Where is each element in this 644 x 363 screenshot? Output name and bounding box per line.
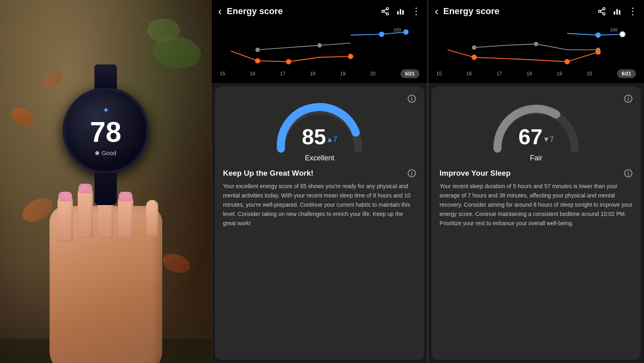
title-right: Energy score [443, 6, 592, 17]
svg-point-37 [595, 49, 601, 54]
svg-point-12 [255, 58, 260, 63]
header-icons-left: ⋮ [381, 6, 421, 17]
svg-point-23 [599, 10, 601, 12]
gauge-delta-right: ▼7 [543, 135, 554, 143]
message-left: Keep Up the Great Work! Your excellent e… [223, 169, 416, 228]
watch-panel: ✦ 78 Good [0, 0, 211, 363]
watch-icon: ✦ [102, 105, 109, 116]
svg-point-13 [286, 59, 291, 64]
watch-band-bottom [95, 173, 117, 205]
more-icon-left[interactable]: ⋮ [411, 6, 421, 17]
svg-point-33 [534, 42, 539, 46]
svg-rect-29 [619, 10, 621, 15]
svg-point-20 [411, 171, 413, 172]
svg-rect-28 [616, 9, 618, 15]
svg-line-3 [384, 12, 386, 13]
date-16-right: 16 [466, 71, 472, 77]
svg-point-42 [628, 171, 629, 172]
info-icon-top-left[interactable] [407, 94, 416, 105]
chart-icon-left[interactable] [396, 7, 405, 16]
svg-rect-5 [397, 11, 399, 15]
svg-point-35 [471, 55, 477, 60]
graph-area-left: 100 [212, 22, 427, 83]
watch-score: 78 [90, 118, 122, 146]
phone-panel-left: ‹ Energy score ⋮ [211, 0, 427, 363]
share-icon-right[interactable] [597, 7, 606, 16]
svg-point-30 [595, 33, 601, 38]
watch-face: ✦ 78 Good [62, 87, 149, 174]
watch-status-dot [95, 151, 99, 155]
svg-line-25 [601, 12, 603, 13]
svg-point-2 [386, 12, 389, 15]
watch-container: ✦ 78 Good [62, 64, 149, 205]
date-15-right: 15 [436, 71, 442, 77]
date-16-left: 16 [250, 71, 255, 77]
watch-status-label: Good [101, 149, 116, 156]
date-18-left: 18 [310, 71, 315, 77]
graph-label-top-right: 100 [610, 27, 617, 32]
phone-panel-right: ‹ Energy score ⋮ [428, 0, 644, 363]
gauge-right: 67▼7 [440, 98, 633, 155]
svg-point-14 [348, 54, 353, 59]
date-19-left: 19 [340, 71, 345, 77]
svg-point-22 [603, 7, 605, 10]
phone-panels: ‹ Energy score ⋮ [211, 0, 644, 363]
watch-band-top [95, 64, 117, 89]
header-icons-right: ⋮ [597, 6, 638, 17]
svg-point-0 [386, 7, 389, 10]
chart-icon-right[interactable] [613, 7, 621, 16]
date-18-right: 18 [526, 71, 532, 77]
share-icon-left[interactable] [381, 7, 390, 16]
date-19-right: 19 [557, 71, 562, 77]
svg-point-9 [318, 43, 322, 48]
svg-rect-7 [402, 10, 404, 15]
info-icon-top-right[interactable] [624, 94, 633, 105]
gauge-score-right: 67 [518, 124, 543, 149]
svg-line-26 [601, 9, 603, 10]
svg-point-8 [256, 48, 260, 52]
svg-point-24 [603, 12, 605, 15]
graph-label-top-left: 100 [394, 27, 401, 32]
panel-header-left: ‹ Energy score ⋮ [212, 0, 427, 22]
message-right: Improve Your Sleep Your recent sleep dur… [440, 169, 633, 228]
svg-point-31 [620, 31, 625, 37]
panel-header-right: ‹ Energy score ⋮ [428, 0, 644, 22]
date-17-left: 17 [280, 71, 285, 77]
graph-area-right: 100 [428, 22, 644, 83]
message-body-left: Your excellent energy score of 85 shows … [223, 182, 416, 228]
date-15-left: 15 [220, 71, 225, 77]
svg-point-10 [379, 31, 384, 37]
more-icon-right[interactable]: ⋮ [628, 6, 638, 17]
score-card-right: 67▼7 Fair Improve Your Sleep Your recent… [431, 86, 641, 360]
graph-svg-right [435, 25, 638, 70]
message-body-right: Your recent sleep duration of 5 hours an… [440, 182, 633, 228]
score-card-left: 85▲7 Excellent Keep Up the Great Work! Y… [215, 86, 424, 360]
message-info-left[interactable] [407, 169, 416, 179]
graph-svg-left [218, 25, 421, 70]
date-20-right: 20 [587, 71, 592, 77]
svg-rect-6 [400, 9, 401, 15]
svg-rect-27 [614, 11, 615, 15]
title-left: Energy score [227, 6, 376, 17]
back-button-right[interactable]: ‹ [435, 5, 438, 18]
svg-line-4 [384, 9, 386, 10]
gauge-left: 85▲7 [223, 98, 416, 155]
back-button-left[interactable]: ‹ [218, 5, 222, 18]
svg-point-39 [628, 97, 629, 98]
svg-point-32 [472, 46, 477, 50]
date-17-right: 17 [497, 71, 502, 77]
message-title-left: Keep Up the Great Work! [223, 169, 416, 178]
svg-point-17 [411, 97, 413, 98]
svg-point-1 [382, 10, 384, 12]
gauge-delta-left: ▲7 [326, 135, 337, 143]
date-20-left: 20 [370, 71, 376, 77]
gauge-score-left: 85 [302, 124, 326, 149]
message-info-right[interactable] [624, 169, 633, 179]
svg-point-36 [564, 59, 570, 64]
svg-point-11 [403, 29, 409, 35]
message-title-right: Improve Your Sleep [440, 169, 633, 178]
